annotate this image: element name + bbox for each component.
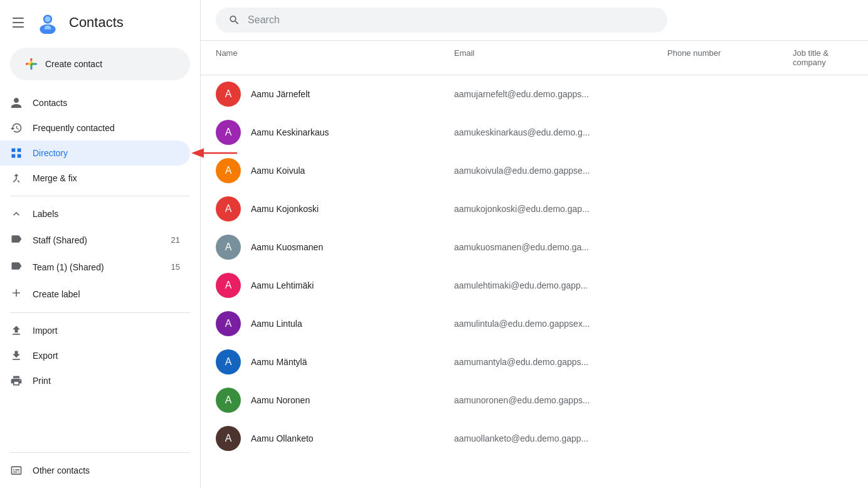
chevron-up-icon xyxy=(10,208,23,220)
sidebar-bottom: Other contacts xyxy=(0,447,200,488)
contact-email: aamuollanketo@edu.demo.gapp... xyxy=(454,433,667,443)
other-contacts-label: Other contacts xyxy=(33,465,90,475)
download-icon xyxy=(10,349,23,362)
contact-email: aamukeskinarkaus@edu.demo.g... xyxy=(454,127,667,137)
table-row[interactable]: A Aamu Järnefelt aamujarnefelt@edu.demo.… xyxy=(201,75,868,114)
staff-shared-label: Staff (Shared) xyxy=(33,235,87,245)
plus-icon xyxy=(25,58,38,70)
sidebar-item-staff-shared[interactable]: Staff (Shared) 21 xyxy=(0,226,190,253)
contact-name-cell: A Aamu Ollanketo xyxy=(216,426,454,451)
nav-divider-3 xyxy=(10,452,190,453)
contact-name-cell: A Aamu Mäntylä xyxy=(216,349,454,374)
contact-email: aamulehtimaki@edu.demo.gapp... xyxy=(454,280,667,290)
sidebar-item-team-shared[interactable]: Team (1) (Shared) 15 xyxy=(0,253,190,280)
sidebar-item-import[interactable]: Import xyxy=(0,318,190,343)
staff-shared-count: 21 xyxy=(171,235,180,245)
merge-icon xyxy=(10,172,23,184)
table-header: Name Email Phone number Job title & comp… xyxy=(201,41,868,75)
search-bar[interactable] xyxy=(216,8,667,33)
label-icon-team xyxy=(10,260,23,274)
sidebar-item-create-label[interactable]: Create label xyxy=(0,280,200,307)
upload-icon xyxy=(10,324,23,337)
contacts-label: Contacts xyxy=(33,98,67,108)
avatar: A xyxy=(216,82,241,107)
contact-name: Aamu Järnefelt xyxy=(251,89,310,99)
sidebar-item-print[interactable]: Print xyxy=(0,368,190,393)
contact-name-cell: A Aamu Koivula xyxy=(216,158,454,183)
table-row[interactable]: A Aamu Koivula aamukoivula@edu.demo.gapp… xyxy=(201,152,868,190)
avatar: A xyxy=(216,120,241,145)
merge-fix-label: Merge & fix xyxy=(33,173,77,183)
print-icon xyxy=(10,374,23,387)
sidebar-item-merge-fix[interactable]: Merge & fix xyxy=(0,166,190,191)
col-header-email: Email xyxy=(454,48,667,67)
labels-section-header[interactable]: Labels xyxy=(0,201,200,226)
contact-email: aamulintula@edu.demo.gappsex... xyxy=(454,319,667,329)
history-icon xyxy=(10,122,23,134)
nav-divider xyxy=(10,196,190,196)
search-input[interactable] xyxy=(248,14,655,26)
contact-name-cell: A Aamu Lehtimäki xyxy=(216,273,454,298)
export-label: Export xyxy=(33,351,58,361)
table-row[interactable]: A Aamu Lintula aamulintula@edu.demo.gapp… xyxy=(201,305,868,343)
table-row[interactable]: A Aamu Keskinarkaus aamukeskinarkaus@edu… xyxy=(201,114,868,152)
contact-name-cell: A Aamu Keskinarkaus xyxy=(216,120,454,145)
sidebar-item-contacts[interactable]: Contacts xyxy=(0,90,190,115)
contact-name: Aamu Kuosmanen xyxy=(251,242,323,252)
col-header-job: Job title & company xyxy=(793,48,853,67)
plus-small-icon xyxy=(10,287,23,301)
contact-email: aamukoivula@edu.demo.gappse... xyxy=(454,166,667,176)
other-contacts-icon xyxy=(10,464,23,477)
app-logo xyxy=(36,11,59,34)
app-title: Contacts xyxy=(69,14,124,31)
contact-name: Aamu Noronen xyxy=(251,395,310,405)
sidebar-item-export[interactable]: Export xyxy=(0,343,190,368)
sidebar: Contacts Create contact Contacts Frequen… xyxy=(0,0,201,488)
contact-email: aamukojonkoski@edu.demo.gap... xyxy=(454,204,667,214)
contact-name: Aamu Lintula xyxy=(251,319,302,329)
contacts-table: A Aamu Järnefelt aamujarnefelt@edu.demo.… xyxy=(201,75,868,488)
table-row[interactable]: A Aamu Lehtimäki aamulehtimaki@edu.demo.… xyxy=(201,267,868,305)
table-row[interactable]: A Aamu Kojonkoski aamukojonkoski@edu.dem… xyxy=(201,190,868,228)
sidebar-item-frequently-contacted[interactable]: Frequently contacted xyxy=(0,115,190,141)
frequently-contacted-label: Frequently contacted xyxy=(33,123,115,133)
contact-email: aamujarnefelt@edu.demo.gapps... xyxy=(454,89,667,99)
avatar: A xyxy=(216,426,241,451)
label-icon-staff xyxy=(10,233,23,247)
avatar: A xyxy=(216,235,241,260)
sidebar-header: Contacts xyxy=(0,5,200,40)
table-row[interactable]: A Aamu Kuosmanen aamukuosmanen@edu.demo.… xyxy=(201,228,868,267)
nav-divider-2 xyxy=(10,312,190,313)
import-label: Import xyxy=(33,326,58,336)
team-shared-label: Team (1) (Shared) xyxy=(33,262,104,272)
avatar: A xyxy=(216,273,241,298)
contact-name: Aamu Koivula xyxy=(251,166,305,176)
svg-point-2 xyxy=(45,16,51,22)
print-label: Print xyxy=(33,376,51,386)
table-row[interactable]: A Aamu Ollanketo aamuollanketo@edu.demo.… xyxy=(201,420,868,458)
contact-name: Aamu Mäntylä xyxy=(251,357,307,367)
directory-label: Directory xyxy=(33,148,68,158)
contact-name: Aamu Keskinarkaus xyxy=(251,127,329,137)
menu-icon[interactable] xyxy=(10,15,26,30)
search-bar-container xyxy=(201,0,868,41)
avatar: A xyxy=(216,196,241,221)
contact-name-cell: A Aamu Järnefelt xyxy=(216,82,454,107)
sidebar-item-other-contacts[interactable]: Other contacts xyxy=(0,458,190,483)
avatar: A xyxy=(216,349,241,374)
contact-name: Aamu Lehtimäki xyxy=(251,280,314,290)
contact-name-cell: A Aamu Kojonkoski xyxy=(216,196,454,221)
col-header-name: Name xyxy=(216,48,454,67)
grid-icon xyxy=(10,147,23,159)
contact-email: aamumantyla@edu.demo.gapps... xyxy=(454,357,667,367)
person-icon xyxy=(10,97,23,109)
avatar: A xyxy=(216,158,241,183)
table-row[interactable]: A Aamu Noronen aamunoronen@edu.demo.gapp… xyxy=(201,381,868,420)
sidebar-item-directory[interactable]: Directory xyxy=(0,141,190,166)
contact-name: Aamu Kojonkoski xyxy=(251,204,319,214)
contact-name-cell: A Aamu Kuosmanen xyxy=(216,235,454,260)
labels-header-text: Labels xyxy=(33,209,58,219)
create-contact-button[interactable]: Create contact xyxy=(10,48,190,80)
table-row[interactable]: A Aamu Mäntylä aamumantyla@edu.demo.gapp… xyxy=(201,343,868,381)
contact-name-cell: A Aamu Noronen xyxy=(216,388,454,413)
